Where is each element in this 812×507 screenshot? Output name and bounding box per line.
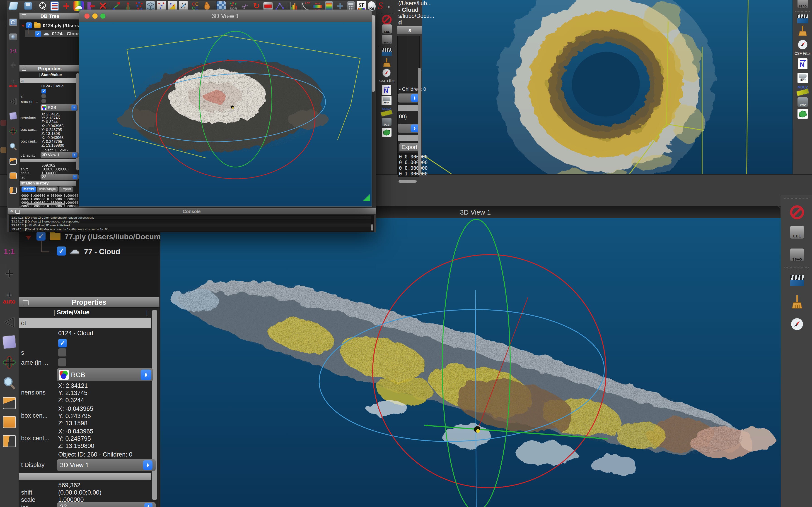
properties-list-icon[interactable] — [50, 1, 59, 11]
rotate-icon[interactable] — [252, 1, 261, 10]
iso-view-cube-icon[interactable] — [2, 335, 16, 349]
facets-plugin-icon[interactable] — [798, 109, 808, 119]
side-view-cube-icon[interactable] — [9, 187, 17, 194]
m3c2-plugin-icon[interactable]: M3C2 — [380, 106, 393, 116]
point-size-dropdown[interactable]: 22 ▲▼ — [41, 174, 79, 180]
edl-shader-icon[interactable]: EDL — [382, 24, 392, 34]
front-view-cube-icon[interactable] — [3, 416, 16, 428]
matrix-tab[interactable]: Matrix — [21, 186, 36, 192]
dropdown-spinner-icon[interactable]: ▲▼ — [411, 124, 418, 132]
console-header[interactable]: Console — [8, 208, 376, 215]
point-picking-icon[interactable] — [39, 1, 48, 10]
ssao-shader-icon[interactable]: SSAO — [382, 35, 392, 44]
dropdown-spinner-icon[interactable]: ▲▼ — [71, 105, 77, 110]
dropdown-fragment[interactable]: ▲▼ — [398, 94, 419, 103]
dropdown-spinner-icon[interactable]: ▲▼ — [143, 460, 152, 470]
tree-checkbox[interactable]: ✓ — [26, 22, 32, 28]
close-icon[interactable] — [10, 209, 13, 213]
object-row[interactable]: ct — [19, 318, 151, 328]
compass-plugin-icon[interactable] — [790, 317, 804, 331]
zoom-magnifier-icon[interactable] — [2, 376, 16, 390]
compass-plugin-icon[interactable] — [382, 68, 392, 78]
tree-expand-arrow[interactable] — [21, 24, 25, 27]
unchecked-box[interactable] — [42, 94, 46, 98]
broom-plugin-icon[interactable] — [798, 25, 808, 37]
hpr-plugin-icon[interactable]: HPR — [382, 96, 392, 105]
dock-handle[interactable] — [784, 198, 809, 199]
window-titlebar[interactable]: 3D View 1 — [79, 10, 371, 22]
dropdown-spinner-icon[interactable]: ▲▼ — [141, 370, 151, 380]
display-dropdown[interactable]: 3D View 1 ▲▼ — [57, 459, 156, 471]
top-view-cube-icon[interactable] — [3, 397, 16, 409]
tree-checkbox[interactable]: ✓ — [35, 31, 41, 37]
hpr-plugin-icon[interactable]: HPR — [798, 73, 808, 83]
column-header[interactable]: State/Value — [41, 73, 62, 77]
visible-checkbox[interactable]: ✓ — [42, 89, 46, 94]
properties-header[interactable]: Properties — [19, 65, 80, 72]
display-dropdown[interactable]: 3D View 1 ▲▼ — [41, 152, 79, 158]
coral-3d-viewport[interactable] — [79, 22, 371, 207]
h-scrollbar[interactable] — [27, 203, 65, 205]
overflow-chevron-icon[interactable]: » — [388, 3, 391, 10]
save-icon[interactable] — [24, 2, 32, 10]
m3c2-plugin-icon[interactable]: M3C2 — [796, 84, 809, 96]
tree-item-label[interactable]: 0124 - Cloud — [52, 31, 80, 37]
side-view-cube-icon[interactable] — [3, 435, 16, 447]
left-view-icon[interactable] — [3, 315, 16, 328]
iso-view-cube-icon[interactable] — [9, 112, 17, 120]
one-to-one-button[interactable]: 1:1 — [10, 48, 17, 54]
console-panel[interactable]: [23:24:16] [3D View 1] Color ramp shader… — [9, 215, 374, 232]
export-tab[interactable]: Export — [59, 186, 73, 192]
dropdown-spinner-icon[interactable]: ▲▼ — [72, 153, 77, 158]
h-scrollbar[interactable] — [399, 180, 417, 183]
pivot-cross-icon[interactable] — [3, 268, 15, 280]
dropdown-spinner-icon[interactable]: ▲▼ — [73, 175, 77, 179]
zoom-magnifier-icon[interactable] — [9, 143, 17, 151]
colors-dropdown[interactable]: RGB ▲▼ — [57, 368, 153, 381]
rotation-axes-icon[interactable] — [2, 355, 16, 370]
pcv-plugin-icon[interactable]: PCV — [798, 97, 808, 107]
dropdown-spinner-icon[interactable]: ▲▼ — [411, 94, 418, 102]
one-to-one-button[interactable]: 1:1 — [4, 247, 15, 256]
normals-plugin-icon[interactable]: N — [382, 85, 391, 95]
screen-icon[interactable] — [9, 18, 17, 26]
unchecked-box[interactable] — [42, 99, 46, 103]
broom-plugin-icon[interactable] — [382, 58, 392, 68]
left-view-icon[interactable] — [9, 97, 17, 105]
hidden-icon[interactable] — [0, 120, 6, 126]
compass-plugin-icon[interactable] — [797, 39, 808, 50]
db-tree-header[interactable]: DB Tree — [19, 13, 80, 20]
hidden-icon[interactable] — [0, 147, 6, 153]
float-panel-icon[interactable] — [22, 67, 26, 71]
main-3d-viewport[interactable] — [160, 218, 781, 507]
tree-item-label[interactable]: 0124.ply (/Users/liubo/Docume... — [43, 23, 81, 28]
clipping-box-icon[interactable] — [263, 2, 273, 10]
properties-scrollbar[interactable] — [152, 310, 157, 500]
ssao-shader-icon[interactable]: SSAO — [790, 248, 804, 261]
pcv-plugin-icon[interactable]: PCV — [382, 118, 392, 126]
rotation-axes-icon[interactable] — [9, 127, 17, 135]
colors-dropdown[interactable]: RGB ▲▼ — [41, 104, 78, 111]
point-size-dropdown[interactable]: 22 ▲▼ — [57, 502, 156, 507]
top-view-cube-icon[interactable] — [9, 158, 17, 165]
properties-header[interactable]: Properties — [19, 297, 159, 308]
tree-item-label[interactable]: 77 - Cloud — [84, 247, 120, 256]
float-panel-icon[interactable] — [15, 210, 20, 214]
normals-plugin-icon[interactable]: N — [798, 58, 807, 69]
animation-plugin-icon[interactable] — [797, 13, 808, 24]
add-primitive-icon[interactable] — [62, 1, 71, 11]
tree-expand-arrow[interactable] — [25, 235, 32, 240]
axis-angle-tab[interactable]: Axis/Angle — [37, 186, 58, 192]
pivot-cross-icon[interactable] — [9, 62, 17, 69]
disable-plugin-icon[interactable] — [790, 205, 804, 220]
unchecked-box[interactable] — [58, 348, 66, 356]
ssao-shader-icon[interactable]: SSAO — [798, 0, 808, 8]
column-header[interactable]: State/Value — [57, 309, 90, 316]
auto-pivot-icon[interactable]: auto — [9, 78, 18, 88]
visible-checkbox[interactable]: ✓ — [58, 339, 67, 347]
open-file-icon[interactable] — [8, 2, 18, 10]
broom-plugin-icon[interactable] — [790, 295, 804, 309]
auto-pivot-icon[interactable]: auto — [2, 290, 16, 305]
v-scrollbar[interactable] — [418, 68, 421, 174]
console-scrollbar[interactable] — [371, 224, 373, 231]
